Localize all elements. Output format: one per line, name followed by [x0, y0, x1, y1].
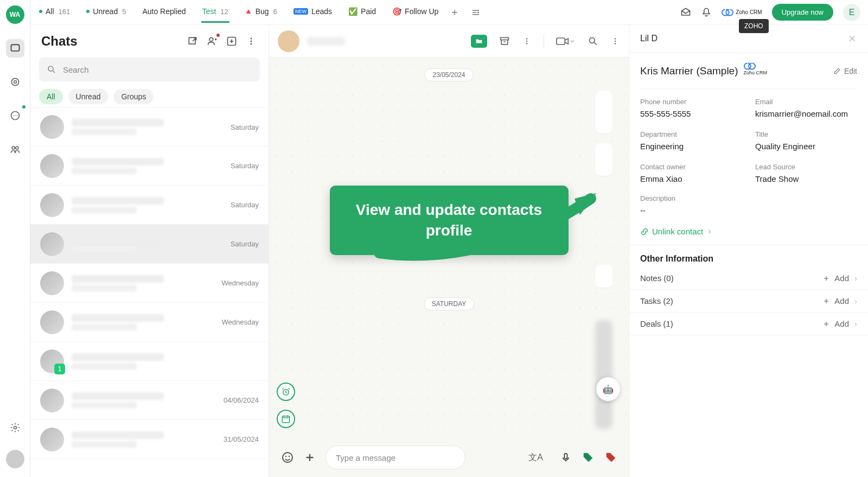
field-title: TitleQuality Engineer: [755, 130, 857, 151]
more-vertical-icon[interactable]: [522, 36, 532, 46]
chat-list[interactable]: Saturday Saturday Saturday Saturday Wedn…: [30, 107, 269, 477]
close-icon[interactable]: [847, 34, 857, 43]
svg-point-26: [283, 453, 292, 462]
new-chat-icon[interactable]: [225, 35, 238, 48]
mic-icon[interactable]: [560, 451, 571, 463]
media-message: [595, 320, 612, 429]
section-notes[interactable]: Notes (0)Add›: [629, 267, 868, 290]
svg-point-1: [11, 78, 18, 85]
chat-item[interactable]: 04/06/2024: [30, 381, 269, 420]
search-icon: [47, 65, 56, 74]
tab-bug[interactable]: 🔺Bug6: [244, 2, 278, 23]
translate-icon[interactable]: 文A: [528, 452, 543, 463]
svg-rect-0: [11, 44, 19, 51]
filter-settings-icon[interactable]: [471, 8, 481, 17]
tag-green-icon[interactable]: [582, 451, 594, 463]
add-note-button[interactable]: Add: [822, 274, 849, 283]
search-input[interactable]: [39, 58, 260, 81]
annotation-callout: View and update contacts profile: [330, 186, 569, 255]
nav-chats-icon[interactable]: [6, 39, 24, 58]
chat-item[interactable]: 31/05/2024: [30, 420, 269, 459]
chat-more-icon[interactable]: [610, 36, 620, 46]
add-task-button[interactable]: Add: [822, 296, 849, 306]
chip-all[interactable]: All: [39, 89, 63, 104]
attach-icon[interactable]: [304, 451, 316, 463]
svg-point-28: [289, 456, 290, 457]
date-pill: 23/05/2024: [424, 68, 473, 81]
svg-rect-29: [565, 454, 567, 459]
chevron-right-icon: ›: [854, 274, 857, 283]
search-chat-icon[interactable]: [588, 36, 598, 47]
chat-item[interactable]: Saturday: [30, 186, 269, 225]
crm-contact-name: Kris Marrier (Sample): [640, 65, 738, 77]
conversation-panel: 23/05/2024 View and update contacts prof…: [269, 25, 629, 477]
app-logo[interactable]: WA: [6, 5, 24, 24]
field-owner: Contact ownerEmma Xiao: [640, 163, 742, 183]
reminder-icon[interactable]: [277, 383, 295, 401]
tab-unread[interactable]: Unread5: [85, 2, 127, 23]
add-tab-icon[interactable]: [450, 8, 459, 17]
chat-item[interactable]: 1: [30, 342, 269, 381]
field-email: Emailkrismarrier@noemail.com: [755, 98, 857, 118]
chip-unread[interactable]: Unread: [68, 89, 108, 104]
svg-rect-19: [557, 38, 565, 44]
nav-messages-icon[interactable]: [6, 106, 24, 125]
zoho-crm-label: Zoho CRM: [736, 10, 762, 15]
tag-red-icon[interactable]: [605, 451, 617, 463]
filter-tabs: All161 Unread5 Auto Replied Test12 🔺Bug6…: [38, 2, 439, 23]
field-description: Description--: [629, 187, 868, 218]
add-deal-button[interactable]: Add: [822, 319, 849, 328]
video-call-icon[interactable]: [556, 36, 576, 46]
bot-icon[interactable]: 🤖: [596, 377, 620, 401]
chip-groups[interactable]: Groups: [113, 89, 154, 104]
svg-point-13: [251, 43, 252, 45]
unlink-contact-link[interactable]: Unlink contact: [629, 218, 868, 245]
svg-point-9: [209, 37, 213, 41]
conversation-title: [307, 37, 345, 46]
nav-profile-avatar[interactable]: [6, 450, 24, 468]
calendar-icon[interactable]: [277, 410, 295, 428]
svg-point-27: [285, 456, 286, 457]
emoji-icon[interactable]: [281, 451, 294, 464]
nav-team-icon[interactable]: [6, 140, 24, 158]
tab-leads[interactable]: NEWLeads: [292, 2, 333, 23]
archive-icon[interactable]: [499, 36, 510, 47]
bug-icon: 🔺: [245, 8, 252, 15]
svg-rect-8: [189, 37, 195, 44]
add-contact-icon[interactable]: [206, 35, 219, 48]
tab-auto-replied[interactable]: Auto Replied: [141, 2, 187, 23]
chat-item[interactable]: Saturday: [30, 147, 269, 186]
svg-point-12: [251, 41, 252, 42]
svg-rect-25: [282, 416, 290, 423]
svg-point-20: [589, 37, 595, 43]
tab-test[interactable]: Test12: [201, 2, 229, 23]
tab-follow-up[interactable]: 🎯Follow Up: [391, 2, 439, 23]
nav-settings-icon[interactable]: [6, 418, 24, 437]
target-icon: 🎯: [392, 7, 401, 16]
zoho-tooltip: ZOHO: [739, 19, 769, 33]
inbox-icon[interactable]: [680, 7, 691, 18]
chat-item[interactable]: Saturday: [30, 107, 269, 147]
section-deals[interactable]: Deals (1)Add›: [629, 313, 868, 335]
svg-point-14: [48, 66, 53, 71]
svg-point-18: [526, 43, 527, 44]
zoho-crm-link[interactable]: Zoho CRM: [722, 8, 762, 17]
tab-paid[interactable]: ✅Paid: [347, 2, 377, 23]
chat-item[interactable]: Saturday: [30, 225, 269, 264]
nav-automation-icon[interactable]: [6, 73, 24, 91]
chat-item[interactable]: Wednesday: [30, 264, 269, 303]
bell-icon[interactable]: [701, 7, 712, 18]
conversation-avatar[interactable]: [278, 30, 299, 52]
more-icon[interactable]: [245, 35, 258, 48]
edit-button[interactable]: Edit: [833, 67, 857, 75]
new-folder-icon[interactable]: [471, 35, 487, 48]
svg-point-5: [15, 147, 18, 149]
user-avatar[interactable]: E: [843, 4, 860, 21]
upgrade-button[interactable]: Upgrade now: [772, 4, 833, 21]
svg-rect-15: [501, 37, 509, 40]
chat-item[interactable]: Wednesday: [30, 303, 269, 342]
tab-all[interactable]: All161: [38, 2, 71, 23]
new-window-icon[interactable]: [186, 35, 199, 48]
section-tasks[interactable]: Tasks (2)Add›: [629, 290, 868, 313]
message-input[interactable]: [326, 446, 465, 469]
